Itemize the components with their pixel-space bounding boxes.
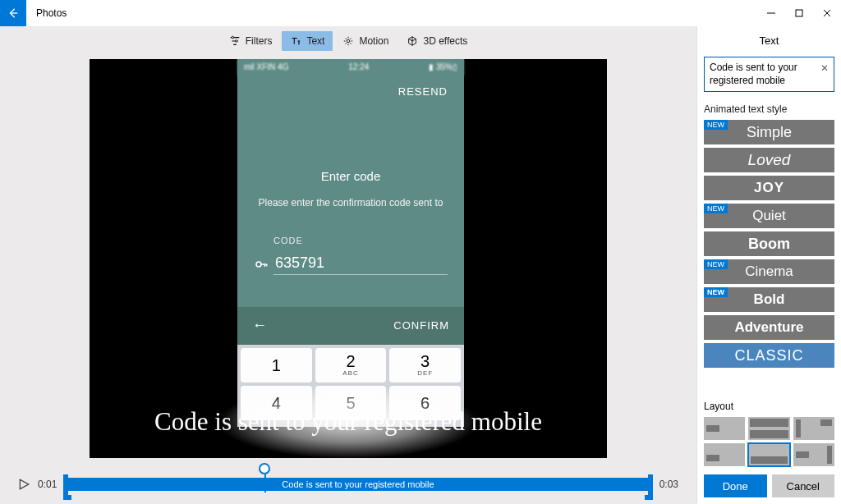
editor-toolbar: Filters Text Motion 3D effects bbox=[0, 30, 696, 53]
style-loved[interactable]: Loved bbox=[704, 148, 834, 172]
enter-code-subtext: Please enter the confirmation code sent … bbox=[237, 197, 464, 208]
window-controls bbox=[757, 0, 841, 26]
timeline-clip[interactable]: Code is sent to your registered mobile bbox=[65, 478, 650, 491]
style-adventure[interactable]: Adventure bbox=[704, 315, 834, 340]
style-label: Bold bbox=[754, 291, 785, 308]
style-label: Adventure bbox=[734, 319, 803, 336]
phone-status-bar: mil XFIN 4G 12:24 ▮ 35%▯ bbox=[237, 59, 464, 76]
new-badge: NEW bbox=[704, 259, 728, 269]
clip-handle-left[interactable] bbox=[63, 474, 68, 496]
status-time: 12:24 bbox=[348, 62, 369, 71]
new-badge: NEW bbox=[704, 204, 728, 213]
motion-label: Motion bbox=[359, 35, 388, 47]
motion-tool[interactable]: Motion bbox=[334, 31, 397, 51]
code-value: 635791 bbox=[275, 254, 324, 272]
clear-input-icon[interactable]: ✕ bbox=[820, 62, 829, 76]
layout-right-top[interactable] bbox=[793, 417, 834, 440]
new-badge: NEW bbox=[704, 287, 728, 297]
text-overlay: Code is sent to your registered mobile bbox=[90, 386, 607, 458]
styles-list: NEWSimpleLovedJOYNEWQuietBoomNEWCinemaNE… bbox=[704, 120, 834, 392]
text-label: Text bbox=[306, 35, 324, 47]
status-left: mil XFIN 4G bbox=[244, 62, 288, 71]
layout-full-top[interactable] bbox=[748, 417, 789, 440]
keypad-key: 3DEF bbox=[389, 348, 461, 383]
style-boom[interactable]: Boom bbox=[704, 231, 834, 256]
confirm-label: CONFIRM bbox=[393, 319, 449, 332]
app-title: Photos bbox=[36, 7, 67, 19]
caption-input[interactable]: Code is sent to your registered mobile ✕ bbox=[704, 57, 834, 92]
back-arrow-icon: ← bbox=[252, 317, 267, 334]
svg-point-1 bbox=[232, 36, 234, 39]
back-button[interactable] bbox=[0, 0, 26, 26]
layout-center-bottom[interactable] bbox=[748, 443, 789, 466]
filters-label: Filters bbox=[246, 35, 273, 47]
layout-section-label: Layout bbox=[704, 401, 834, 412]
play-button[interactable] bbox=[18, 479, 30, 490]
playhead[interactable] bbox=[259, 463, 270, 474]
time-end: 0:03 bbox=[659, 479, 678, 490]
time-start: 0:01 bbox=[38, 479, 57, 490]
filters-tool[interactable]: Filters bbox=[221, 31, 281, 51]
svg-rect-0 bbox=[796, 10, 802, 16]
3d-effects-tool[interactable]: 3D effects bbox=[398, 31, 476, 51]
arrow-left-icon bbox=[7, 7, 19, 19]
new-badge: NEW bbox=[704, 120, 728, 130]
filters-icon bbox=[229, 35, 241, 47]
cancel-button[interactable]: Cancel bbox=[772, 474, 835, 497]
overlay-caption: Code is sent to your registered mobile bbox=[154, 407, 542, 437]
title-bar: Photos bbox=[0, 0, 841, 26]
keypad-key: 1 bbox=[241, 348, 312, 383]
style-quiet[interactable]: NEWQuiet bbox=[704, 204, 834, 228]
timeline: 0:01 Code is sent to your registered mob… bbox=[0, 458, 696, 504]
style-classic[interactable]: CLASSIC bbox=[704, 343, 834, 368]
done-button[interactable]: Done bbox=[704, 474, 767, 497]
text-tool[interactable]: Text bbox=[282, 31, 333, 51]
caption-value: Code is sent to your registered mobile bbox=[710, 62, 797, 86]
style-label: Cinema bbox=[745, 263, 793, 280]
close-button[interactable] bbox=[813, 0, 841, 26]
phone-screen: mil XFIN 4G 12:24 ▮ 35%▯ RESEND Enter co… bbox=[237, 59, 464, 427]
timeline-track[interactable]: Code is sent to your registered mobile bbox=[65, 470, 650, 499]
clip-label: Code is sent to your registered mobile bbox=[282, 479, 434, 489]
status-right: ▮ 35%▯ bbox=[429, 62, 457, 71]
layout-left-bottom[interactable] bbox=[704, 443, 745, 466]
video-preview: mil XFIN 4G 12:24 ▮ 35%▯ RESEND Enter co… bbox=[90, 59, 607, 458]
text-panel: Text Code is sent to your registered mob… bbox=[696, 26, 841, 504]
style-simple[interactable]: NEWSimple bbox=[704, 120, 834, 144]
style-label: Quiet bbox=[752, 208, 786, 224]
code-underline bbox=[273, 274, 448, 275]
key-icon bbox=[254, 257, 269, 272]
style-label: CLASSIC bbox=[734, 347, 803, 364]
minimize-button[interactable] bbox=[757, 0, 785, 26]
confirm-bar: ← CONFIRM bbox=[237, 307, 464, 345]
resend-label: RESEND bbox=[398, 85, 448, 98]
svg-point-4 bbox=[256, 262, 261, 267]
layout-grid bbox=[704, 417, 834, 466]
style-label: JOY bbox=[754, 180, 784, 196]
style-label: Boom bbox=[748, 236, 790, 253]
svg-point-2 bbox=[235, 40, 237, 43]
motion-icon bbox=[342, 35, 354, 47]
style-label: Simple bbox=[747, 124, 792, 141]
keypad-key: 2ABC bbox=[315, 348, 387, 383]
panel-title: Text bbox=[704, 34, 834, 47]
effects-label: 3D effects bbox=[423, 35, 467, 47]
style-joy[interactable]: JOY bbox=[704, 176, 834, 200]
style-label: Loved bbox=[748, 151, 791, 169]
svg-point-3 bbox=[347, 39, 351, 43]
layout-left-middle[interactable] bbox=[704, 417, 745, 440]
code-field-label: CODE bbox=[273, 236, 303, 245]
style-bold[interactable]: NEWBold bbox=[704, 287, 834, 312]
text-icon bbox=[290, 35, 301, 47]
clip-handle-right[interactable] bbox=[648, 474, 653, 496]
style-section-label: Animated text style bbox=[704, 103, 834, 115]
maximize-button[interactable] bbox=[785, 0, 813, 26]
enter-code-title: Enter code bbox=[237, 169, 464, 183]
layout-right-middle[interactable] bbox=[793, 443, 834, 466]
3d-effects-icon bbox=[407, 35, 418, 47]
style-cinema[interactable]: NEWCinema bbox=[704, 259, 834, 284]
